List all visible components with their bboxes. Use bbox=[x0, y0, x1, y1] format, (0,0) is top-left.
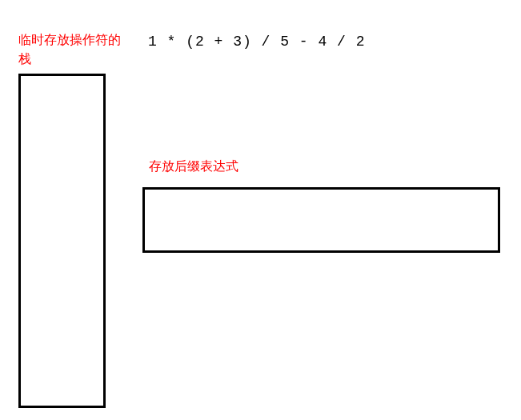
operator-stack-box bbox=[18, 74, 106, 408]
operator-stack-label: 临时存放操作符的栈 bbox=[18, 30, 126, 69]
postfix-output-label: 存放后缀表达式 bbox=[149, 158, 238, 175]
postfix-output-box bbox=[142, 187, 500, 253]
infix-expression: 1 * (2 + 3) / 5 - 4 / 2 bbox=[148, 34, 365, 50]
